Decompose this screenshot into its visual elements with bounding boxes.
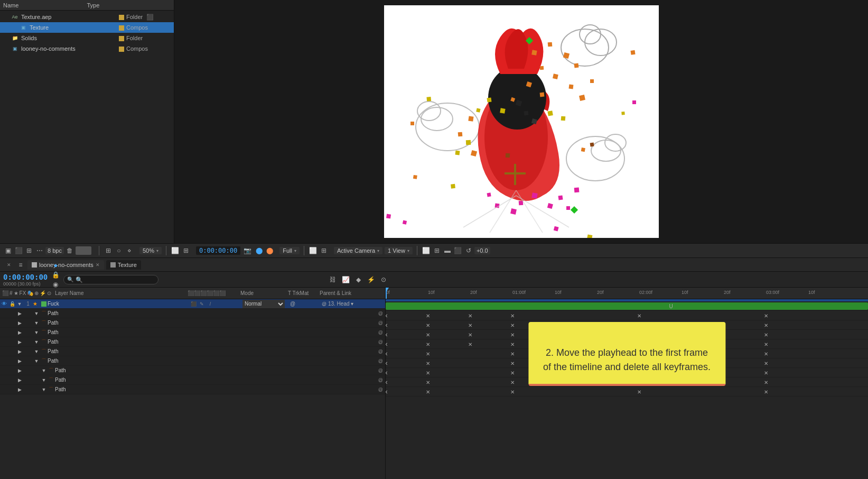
svg-rect-51 xyxy=(621,112,625,115)
path2-sub-expand[interactable]: ▼ xyxy=(33,319,40,327)
keyframe-icon[interactable]: ◆ xyxy=(353,274,363,285)
motion-blur-icon[interactable]: ⋯ xyxy=(35,246,44,255)
view-icon-2[interactable]: ⊞ xyxy=(319,246,329,255)
path7-sub-expand[interactable]: ▼ xyxy=(40,367,48,374)
timeline-fps: 00000 (30.00 fps) xyxy=(3,281,48,287)
svg-rect-49 xyxy=(590,142,594,146)
path9-sub-expand[interactable]: ▼ xyxy=(40,386,48,393)
timeline-search-input[interactable] xyxy=(63,275,158,284)
path8-link: @ xyxy=(378,377,383,383)
kf-p8-3: ✕ xyxy=(510,379,515,385)
timeline-right-icons: ⛓ 📈 ◆ ⚡ ⊙ xyxy=(328,274,389,285)
col-icons: ⬛ # ★ FX 🎭 ⊕ ⚡ ⊙ xyxy=(2,290,55,296)
path3-expand[interactable]: ▶ xyxy=(16,329,23,336)
project-item-texture[interactable]: ▣ Texture Compos xyxy=(0,22,174,33)
path8-sub-expand[interactable]: ▼ xyxy=(40,376,48,384)
svg-rect-31 xyxy=(455,151,460,155)
mask-icon[interactable]: ○ xyxy=(114,246,124,255)
project-item-solids[interactable]: 📁 Solids Folder xyxy=(0,33,174,43)
expression-icon[interactable]: ⚡ xyxy=(366,274,376,285)
sw-1[interactable]: ⬛ xyxy=(190,300,197,308)
svg-rect-33 xyxy=(561,116,565,121)
layer-star-fuck[interactable]: ★ xyxy=(33,301,40,307)
path4-expand[interactable]: ▶ xyxy=(16,338,23,346)
grid-icon[interactable]: ⊞ xyxy=(104,246,113,255)
trash-icon[interactable]: 🗑 xyxy=(65,246,74,255)
zoom-value: 50% xyxy=(143,247,154,254)
track-row-path-1: ✕ ✕ ✕ ✕ ✕ ✕ xyxy=(386,311,868,320)
path8-expand[interactable]: ▶ xyxy=(16,376,23,384)
layer-switches-fuck: ⬛ ✎ / xyxy=(190,300,242,308)
sw-2[interactable]: ✎ xyxy=(198,300,206,308)
path5-expand[interactable]: ▶ xyxy=(16,348,23,355)
offset-label[interactable]: +0.0 xyxy=(474,247,490,254)
path2-expand[interactable]: ▶ xyxy=(16,319,23,327)
path7-expand[interactable]: ▶ xyxy=(16,367,23,374)
svg-rect-45 xyxy=(487,192,491,197)
zoom-dropdown[interactable]: 50% ▾ xyxy=(139,247,162,254)
mask-icon2[interactable]: ⊙ xyxy=(378,274,389,285)
layer-row-path-4: ▶ ▼ ⌒ Path @ xyxy=(0,337,385,347)
kf-p2-5: ✕ xyxy=(637,322,641,328)
svg-rect-19 xyxy=(579,95,585,101)
project-item-texture-aep[interactable]: Ae Texture.aep Folder ⬛ xyxy=(0,12,174,22)
compos-type-icon xyxy=(119,25,124,31)
kf-p5-2: ✕ xyxy=(426,351,430,356)
sw-3[interactable]: / xyxy=(207,300,214,308)
tl-lock-icon[interactable]: 🔒 xyxy=(51,270,60,280)
kf-p2-6: ✕ xyxy=(764,322,768,328)
path6-sub-expand[interactable]: ▼ xyxy=(33,357,40,365)
kf-p4-1: ✕ xyxy=(386,341,388,347)
path4-sub-expand[interactable]: ▼ xyxy=(33,338,40,346)
camera-dropdown[interactable]: Active Camera ▾ xyxy=(334,247,382,254)
share-icon-tb[interactable]: ⬛ xyxy=(453,246,463,255)
3d-icon[interactable]: ⋄ xyxy=(125,246,134,255)
kf-p1-2: ✕ xyxy=(426,312,430,318)
quality-dropdown[interactable]: Full ▾ xyxy=(279,247,300,254)
layer-row-fuck[interactable]: 👁 🔓 ▼ 1 ★ Fuck ⬛ ✎ / Normal xyxy=(0,299,385,309)
project-panel-header: Name Type xyxy=(0,0,174,11)
layer-lock-fuck[interactable]: 🔓 xyxy=(8,300,16,308)
path5-sub-expand[interactable]: ▼ xyxy=(33,348,40,355)
color-icon-2[interactable]: ⬤ xyxy=(265,246,274,255)
timeline-timecode[interactable]: 0:00:00:00 xyxy=(3,273,48,281)
svg-rect-12 xyxy=(531,50,537,55)
path1-expand[interactable]: ▶ xyxy=(16,310,23,317)
reset-icon[interactable]: ↺ xyxy=(464,246,473,255)
settings-icon[interactable]: ⊞ xyxy=(24,246,34,255)
layer-vis-fuck[interactable]: 👁 xyxy=(0,300,8,308)
bar-icon[interactable]: ▬ xyxy=(443,246,452,255)
preview-icon[interactable]: ⬛ xyxy=(14,246,23,255)
kf-p7-2: ✕ xyxy=(426,370,430,375)
parent-select[interactable]: 13. Head ▾ xyxy=(328,301,353,307)
svg-rect-61 xyxy=(386,214,391,219)
grid-overlay-icon[interactable]: ⊞ xyxy=(432,246,442,255)
project-item-looney[interactable]: ▣ looney-no-comments Compos xyxy=(0,43,174,54)
name-column-header: Name xyxy=(3,2,87,8)
camera-icon[interactable]: 📷 xyxy=(242,246,252,255)
mode-select-fuck[interactable]: Normal Multiply Screen xyxy=(242,300,285,308)
color-profile-icon[interactable]: ⬤ xyxy=(254,246,264,255)
frame-icon[interactable]: ⬜ xyxy=(171,246,180,255)
kf-p6-1: ✕ xyxy=(386,360,388,366)
path6-expand[interactable]: ▶ xyxy=(16,357,23,365)
comp-icon-toolbar[interactable]: ▣ xyxy=(3,246,13,255)
track-row-path-6: ✕ ✕ ✕ ✕ ✕ xyxy=(386,358,868,368)
views-dropdown[interactable]: 1 View ▾ xyxy=(385,247,413,254)
layer-mode-fuck[interactable]: Normal Multiply Screen xyxy=(242,300,290,308)
path1-sub-expand[interactable]: ▼ xyxy=(33,310,40,317)
path9-expand[interactable]: ▶ xyxy=(16,386,23,393)
layer-num-fuck: 1 xyxy=(23,301,33,307)
view-icon-1[interactable]: ⬜ xyxy=(309,246,318,255)
safe-icon[interactable]: ⬜ xyxy=(422,246,431,255)
kf-p9-4: ✕ xyxy=(637,389,641,394)
path3-sub-expand[interactable]: ▼ xyxy=(33,329,40,336)
timecode-display[interactable]: 0:00:00:00 xyxy=(196,246,240,255)
checker-icon[interactable]: ⊞ xyxy=(181,246,191,255)
ruler-03-00f: 03:00f xyxy=(766,290,779,295)
layer-expand-fuck[interactable]: ▼ xyxy=(16,300,23,308)
graph-icon[interactable]: 📈 xyxy=(340,274,351,285)
bpc-label: 8 bpc xyxy=(45,247,64,254)
tl-eye-icon[interactable]: ● xyxy=(51,261,60,270)
link-icon[interactable]: ⛓ xyxy=(328,274,338,285)
